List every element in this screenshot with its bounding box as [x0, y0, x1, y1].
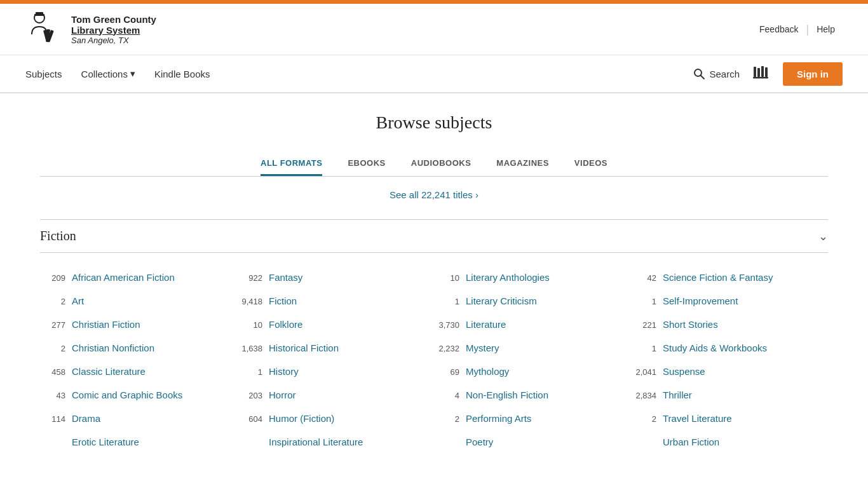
subject-row: 2 Travel Literature [631, 407, 828, 430]
subject-name[interactable]: Drama [72, 413, 100, 424]
subject-name[interactable]: Art [72, 295, 84, 306]
subject-row: 2,834 Thriller [631, 383, 828, 407]
subject-row: 203 Horror [237, 383, 434, 407]
subject-count: 9,418 [237, 297, 262, 306]
help-link[interactable]: Help [809, 24, 843, 34]
logo[interactable]: Tom Green County Library System San Ange… [25, 10, 156, 48]
subject-name[interactable]: Mythology [466, 366, 509, 377]
subject-name[interactable]: Suspense [663, 366, 705, 377]
subject-name[interactable]: Classic Literature [72, 366, 146, 377]
page-title: Browse subjects [40, 112, 828, 133]
nav-left: Subjects Collections ▾ Kindle Books [25, 57, 693, 91]
subject-name[interactable]: Mystery [466, 342, 499, 353]
subject-count: 1,638 [237, 344, 262, 353]
subject-row: 42 Science Fiction & Fantasy [631, 266, 828, 289]
subject-count: 43 [40, 391, 65, 400]
subject-name[interactable]: Fiction [269, 295, 297, 306]
subject-name[interactable]: Literary Criticism [466, 295, 537, 306]
subject-name[interactable]: History [269, 366, 299, 377]
subject-name[interactable]: Literature [466, 319, 506, 330]
subject-name[interactable]: Science Fiction & Fantasy [663, 272, 773, 283]
search-icon [693, 67, 705, 80]
subject-name[interactable]: Literary Anthologies [466, 272, 550, 283]
subject-row: 209 African American Fiction [40, 266, 237, 289]
subject-count: 221 [631, 320, 656, 330]
subject-name[interactable]: Erotic Literature [72, 437, 139, 447]
subject-grid: 209 African American Fiction 922 Fantasy… [40, 266, 828, 454]
tab-magazines[interactable]: MAGAZINES [496, 152, 549, 176]
subject-count: 2,232 [434, 344, 459, 353]
nav-right: Search Sign in [693, 62, 843, 86]
subject-row: 1 Literary Criticism [434, 289, 631, 313]
nav: Subjects Collections ▾ Kindle Books Sear… [0, 55, 868, 93]
subject-name[interactable]: Folklore [269, 319, 302, 330]
subject-row: 10 Literary Anthologies [434, 266, 631, 289]
subject-row: Poetry [434, 430, 631, 454]
subject-name[interactable]: Christian Fiction [72, 319, 140, 330]
see-all-anchor[interactable]: See all 22,241 titles › [390, 189, 478, 200]
tab-videos[interactable]: VIDEOS [574, 152, 607, 176]
subject-count: 2,041 [631, 367, 656, 377]
subject-row: 2,232 Mystery [434, 336, 631, 360]
collections-chevron: ▾ [130, 68, 135, 79]
bookshelf-icon[interactable] [752, 65, 770, 83]
see-all-link: See all 22,241 titles › [40, 189, 828, 200]
feedback-link[interactable]: Feedback [752, 24, 806, 34]
subject-name[interactable]: Non-English Fiction [466, 390, 548, 400]
subject-name[interactable]: Poetry [466, 437, 493, 447]
fiction-title: Fiction [40, 229, 76, 243]
subject-row: 3,730 Literature [434, 313, 631, 336]
subject-row: 4 Non-English Fiction [434, 383, 631, 407]
subject-name[interactable]: Urban Fiction [663, 437, 719, 447]
subject-name[interactable]: Fantasy [269, 272, 302, 283]
subject-row: 1 Self-Improvement [631, 289, 828, 313]
subject-count: 277 [40, 320, 65, 330]
subject-row: 9,418 Fiction [237, 289, 434, 313]
nav-kindle-books[interactable]: Kindle Books [154, 57, 210, 91]
nav-collections[interactable]: Collections ▾ [81, 57, 135, 91]
tab-audiobooks[interactable]: AUDIOBOOKS [411, 152, 471, 176]
subject-row: 2,041 Suspense [631, 360, 828, 383]
subject-row: 1 History [237, 360, 434, 383]
svg-rect-11 [765, 67, 768, 77]
subject-count: 2,834 [631, 391, 656, 400]
subject-count: 1 [434, 297, 459, 306]
subject-count: 42 [631, 273, 656, 283]
subject-count: 10 [434, 273, 459, 283]
signin-button[interactable]: Sign in [783, 62, 843, 86]
subject-count: 4 [434, 391, 459, 400]
tab-ebooks[interactable]: EBOOKS [348, 152, 385, 176]
subject-name[interactable]: Travel Literature [663, 413, 732, 424]
subject-name[interactable]: Study Aids & Workbooks [663, 342, 767, 353]
main-content: Browse subjects ALL FORMATS EBOOKS AUDIO… [15, 93, 853, 473]
subject-count: 1 [237, 367, 262, 377]
subject-row: 1 Study Aids & Workbooks [631, 336, 828, 360]
header: Tom Green County Library System San Ange… [0, 4, 868, 55]
subject-name[interactable]: Performing Arts [466, 413, 531, 424]
subject-count: 1 [631, 344, 656, 353]
subject-count: 2 [434, 414, 459, 424]
subject-count: 69 [434, 367, 459, 377]
subject-row: 69 Mythology [434, 360, 631, 383]
subject-name[interactable]: Christian Nonfiction [72, 342, 154, 353]
subject-name[interactable]: Short Stories [663, 319, 718, 330]
subject-count: 604 [237, 414, 262, 424]
svg-rect-12 [753, 77, 768, 79]
svg-line-7 [701, 76, 705, 79]
subject-name[interactable]: Comic and Graphic Books [72, 390, 182, 400]
search-button[interactable]: Search [693, 67, 740, 80]
subject-row: 277 Christian Fiction [40, 313, 237, 336]
subject-name[interactable]: Horror [269, 390, 296, 400]
subject-name[interactable]: Inspirational Literature [269, 437, 363, 447]
subject-count: 458 [40, 367, 65, 377]
subject-row: Urban Fiction [631, 430, 828, 454]
fiction-section-header[interactable]: Fiction ⌄ [40, 219, 828, 253]
subject-name[interactable]: Thriller [663, 390, 692, 400]
subject-name[interactable]: Historical Fiction [269, 342, 339, 353]
tab-all-formats[interactable]: ALL FORMATS [261, 152, 322, 176]
nav-subjects[interactable]: Subjects [25, 57, 62, 91]
subject-name[interactable]: Self-Improvement [663, 295, 738, 306]
subject-row: 2 Christian Nonfiction [40, 336, 237, 360]
subject-name[interactable]: Humor (Fiction) [269, 413, 334, 424]
subject-name[interactable]: African American Fiction [72, 272, 175, 283]
